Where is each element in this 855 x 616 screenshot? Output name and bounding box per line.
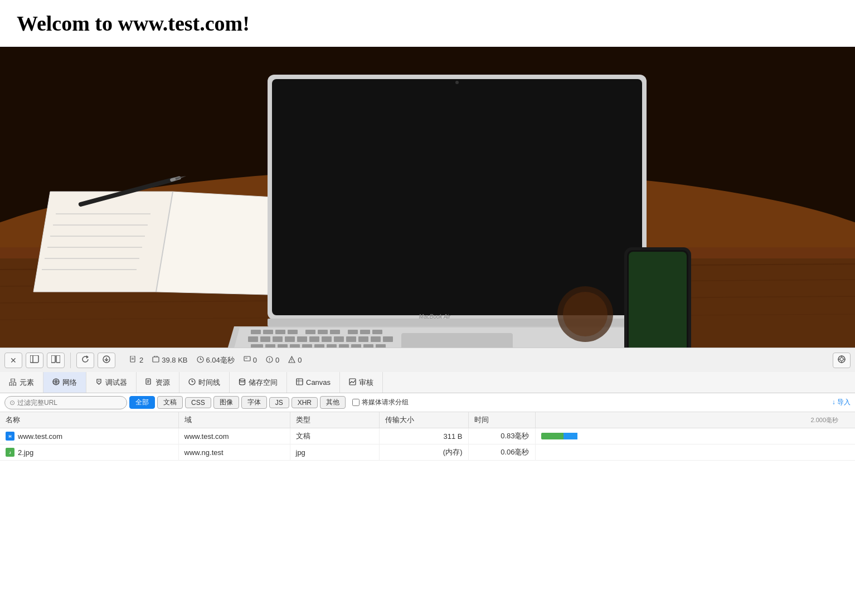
svg-rect-33 [330, 330, 340, 334]
table-row[interactable]: H www.test.com www.test.com 文稿 311 B 0.8… [0, 428, 855, 444]
filter-other-button[interactable]: 其他 [320, 396, 346, 409]
svg-rect-52 [290, 344, 300, 348]
doc-icon [130, 356, 137, 365]
page-title: Welcom to www.test.com! [17, 11, 838, 36]
svg-rect-34 [348, 330, 358, 334]
svg-marker-10 [156, 192, 273, 295]
svg-point-100 [840, 358, 843, 361]
alerts-stat: 0 [288, 356, 302, 365]
col-header-time: 时间 [468, 412, 535, 428]
cell-timing [535, 428, 855, 444]
svg-marker-9 [33, 192, 173, 292]
filter-js-button[interactable]: JS [269, 397, 289, 408]
devtools-tabs: 品 元素 网络 调试器 资源 时间线 储存空间 Canvas [0, 372, 855, 393]
transfer-size-stat: 39.8 KB [152, 356, 187, 365]
svg-rect-27 [251, 330, 261, 334]
tab-canvas[interactable]: Canvas [287, 372, 340, 393]
tab-elements[interactable]: 品 元素 [0, 372, 43, 393]
network-icon [52, 378, 60, 387]
cell-size: (内存) [379, 444, 468, 461]
svg-rect-57 [351, 344, 361, 348]
filter-css-button[interactable]: CSS [185, 397, 211, 408]
svg-rect-47 [371, 336, 381, 342]
tab-storage[interactable]: 储存空间 [230, 372, 287, 393]
devtools-stats: 2 39.8 KB 6.04毫秒 0 0 [130, 355, 302, 365]
svg-rect-43 [322, 336, 332, 342]
sidebar-button[interactable] [26, 353, 43, 368]
download-button[interactable] [98, 353, 115, 368]
storage-icon [239, 378, 246, 387]
download-icon [103, 355, 110, 365]
svg-rect-79 [51, 355, 55, 363]
svg-rect-56 [339, 344, 349, 348]
svg-rect-50 [265, 344, 275, 348]
svg-rect-58 [363, 344, 373, 348]
svg-rect-53 [302, 344, 312, 348]
svg-point-98 [292, 361, 292, 361]
svg-point-71 [455, 81, 459, 84]
network-filter-bar: ⊙ 全部 文稿 CSS 图像 字体 JS XHR 其他 将媒体请求分组 ↓ 导入 [0, 393, 855, 412]
tab-timeline[interactable]: 时间线 [179, 372, 230, 393]
sidebar-icon [30, 355, 39, 365]
svg-rect-119 [297, 379, 303, 385]
tab-audit[interactable]: 审核 [340, 372, 383, 393]
errors-stat: 0 [244, 356, 257, 365]
col-header-name: 名称 [0, 412, 178, 428]
network-table: 名称 域 类型 传输大小 时间 2.000毫秒 H www.test.com w… [0, 412, 855, 461]
group-media-checkbox[interactable]: 将媒体请求分组 [352, 398, 409, 407]
svg-rect-31 [305, 330, 315, 334]
svg-rect-49 [251, 344, 263, 348]
reload-icon [81, 355, 89, 365]
tab-network[interactable]: 网络 [43, 372, 86, 393]
table-row[interactable]: J 2.jpg www.ng.test jpg (内存) 0.06毫秒 [0, 444, 855, 461]
filter-all-button[interactable]: 全部 [129, 396, 155, 409]
col-header-domain: 域 [178, 412, 290, 428]
audit-icon [349, 378, 356, 387]
close-button[interactable]: ✕ [4, 353, 22, 368]
cell-size: 311 B [379, 428, 468, 444]
filter-image-button[interactable]: 图像 [213, 396, 239, 409]
svg-rect-36 [372, 330, 382, 334]
tab-debugger[interactable]: 调试器 [86, 372, 137, 393]
svg-marker-81 [86, 355, 89, 359]
svg-text:H: H [8, 434, 11, 438]
cell-time: 0.06毫秒 [468, 444, 535, 461]
svg-rect-45 [346, 336, 356, 342]
split-button[interactable] [47, 353, 65, 368]
svg-rect-54 [314, 344, 324, 348]
filter-icon: ⊙ [9, 399, 15, 407]
page-content: Welcom to www.test.com! [0, 0, 855, 36]
filter-doc-button[interactable]: 文稿 [157, 396, 183, 409]
target-button[interactable] [833, 353, 851, 368]
svg-rect-38 [260, 336, 270, 342]
filter-input[interactable] [17, 399, 112, 407]
filter-xhr-button[interactable]: XHR [292, 397, 318, 408]
cell-timing [535, 444, 855, 461]
network-table-body: H www.test.com www.test.com 文稿 311 B 0.8… [0, 428, 855, 461]
cell-domain: www.ng.test [178, 444, 290, 461]
svg-rect-44 [334, 336, 344, 342]
svg-rect-80 [56, 355, 60, 363]
svg-rect-41 [297, 336, 307, 342]
group-media-check[interactable] [352, 399, 360, 406]
tab-resources[interactable]: 资源 [137, 372, 179, 393]
elements-icon: 品 [9, 378, 17, 388]
hero-svg: MacBook Air [0, 47, 855, 348]
col-header-type: 类型 [290, 412, 379, 428]
reload-button[interactable] [76, 353, 94, 368]
svg-point-117 [240, 379, 245, 381]
svg-rect-30 [288, 330, 298, 334]
timeline-icon [188, 378, 196, 387]
hero-image: MacBook Air [0, 47, 855, 348]
svg-text:J: J [9, 451, 11, 454]
timing-bar [541, 433, 583, 439]
resources-icon [145, 378, 153, 387]
svg-rect-29 [275, 330, 285, 334]
cell-time: 0.83毫秒 [468, 428, 535, 444]
cell-type: 文稿 [290, 428, 379, 444]
resources-count-stat: 2 [130, 356, 143, 365]
svg-rect-91 [244, 356, 250, 361]
filter-font-button[interactable]: 字体 [241, 396, 267, 409]
export-button[interactable]: ↓ 导入 [832, 398, 851, 407]
toolbar-separator-1 [70, 353, 71, 368]
